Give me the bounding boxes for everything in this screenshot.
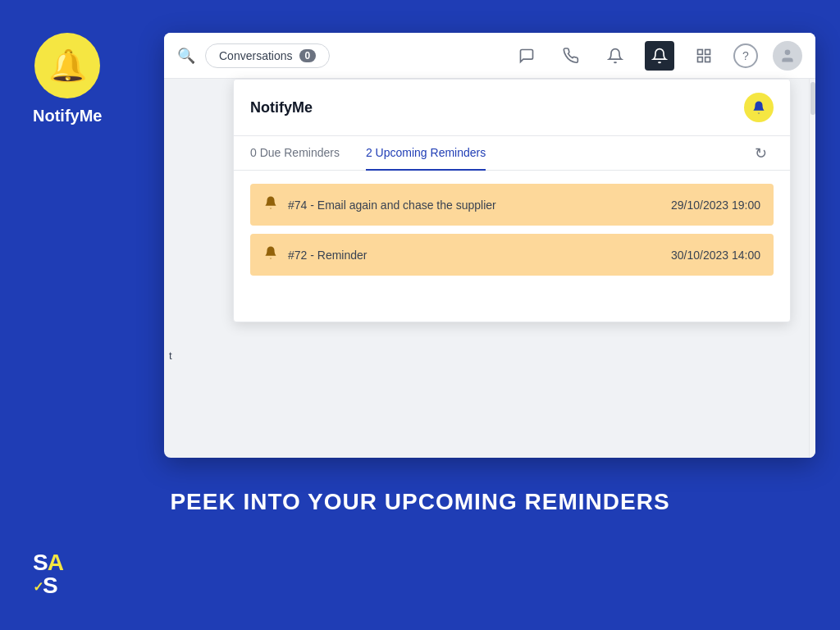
avatar-nav-icon[interactable]: [773, 41, 802, 71]
partial-sidebar-element: t: [164, 345, 189, 369]
app-name: NotifyMe: [33, 107, 102, 126]
saas-line2: ✓S: [33, 574, 63, 597]
saas-logo: SA ✓S: [33, 551, 63, 597]
tab-upcoming-reminders[interactable]: 2 Upcoming Reminders: [366, 136, 486, 171]
svg-rect-1: [705, 49, 710, 54]
logo-bell-icon: 🔔: [48, 48, 87, 84]
help-nav-icon[interactable]: ?: [733, 43, 758, 68]
panel-bottom-space: [234, 289, 790, 322]
panel-tabs: 0 Due Reminders 2 Upcoming Reminders ↻: [234, 136, 790, 171]
reminder-bell-icon-72: [263, 245, 278, 264]
scrollbar[interactable]: [809, 79, 815, 458]
logo-circle: 🔔: [34, 33, 100, 98]
reminder-text-72: #72 - Reminder: [288, 249, 661, 262]
search-icon[interactable]: 🔍: [177, 47, 195, 65]
logo-area: 🔔 NotifyMe: [33, 33, 102, 126]
screenshot-container: 🔍 Conversations 0: [164, 33, 815, 458]
scroll-thumb: [810, 82, 815, 115]
nav-icon-group: ?: [512, 41, 802, 71]
svg-rect-3: [705, 57, 710, 62]
svg-rect-2: [698, 57, 703, 62]
reminder-bell-icon-74: [263, 195, 278, 214]
panel-title: NotifyMe: [250, 99, 313, 116]
tagline: PEEK INTO YOUR UPCOMING REMINDERS: [0, 489, 840, 515]
notify-panel: NotifyMe 0 Due Reminders 2 Upcoming Remi…: [233, 79, 791, 322]
conversations-badge: 0: [299, 49, 317, 62]
saas-line1: SA: [33, 551, 63, 574]
conversations-label: Conversations: [219, 49, 293, 62]
reminder-item-74[interactable]: #74 - Email again and chase the supplier…: [250, 184, 774, 226]
reminders-list: #74 - Email again and chase the supplier…: [234, 171, 790, 289]
svg-rect-0: [698, 49, 703, 54]
notification-nav-icon[interactable]: [645, 41, 674, 71]
refresh-button[interactable]: ↻: [748, 138, 774, 169]
reminder-item-72[interactable]: #72 - Reminder 30/10/2023 14:00: [250, 234, 774, 276]
grid-nav-icon[interactable]: [689, 41, 719, 71]
panel-header: NotifyMe: [234, 80, 790, 136]
chat-nav-icon[interactable]: [512, 41, 541, 71]
reminder-text-74: #74 - Email again and chase the supplier: [288, 199, 661, 212]
reminder-date-74: 29/10/2023 19:00: [671, 199, 760, 212]
panel-bell-button[interactable]: [744, 93, 774, 122]
tab-due-reminders[interactable]: 0 Due Reminders: [250, 136, 340, 171]
reminder-date-72: 30/10/2023 14:00: [671, 249, 760, 262]
top-nav: 🔍 Conversations 0: [164, 33, 815, 79]
phone-nav-icon[interactable]: [556, 41, 586, 71]
svg-point-4: [785, 49, 791, 55]
bell-nav-icon[interactable]: [600, 41, 630, 71]
conversations-tab[interactable]: Conversations 0: [205, 43, 330, 68]
